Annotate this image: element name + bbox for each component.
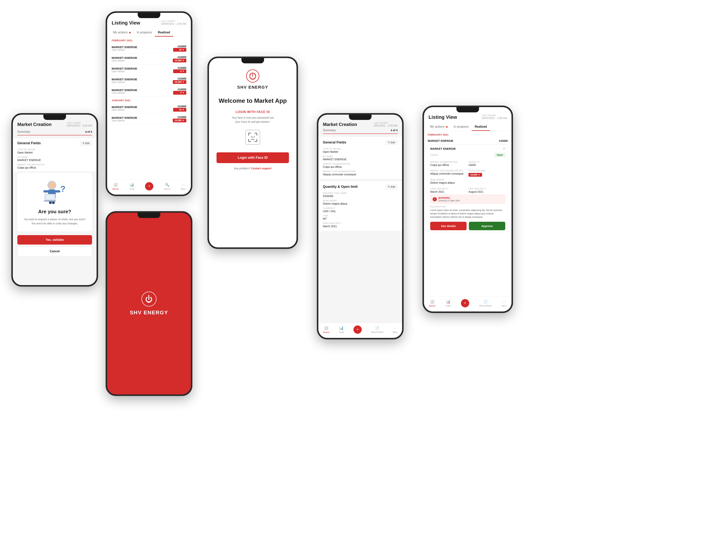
phone-notch-1 xyxy=(43,115,66,120)
sub-seg-label: MARKET SUB SEGMENTATION xyxy=(430,170,467,172)
cancel-btn[interactable]: Cancel xyxy=(17,246,92,256)
first-mat-value: March 2021 xyxy=(430,190,467,193)
tab-realized-6[interactable]: Realized xyxy=(472,123,490,131)
listing-title: Listing View xyxy=(112,20,140,26)
svg-rect-3 xyxy=(43,190,49,193)
nav-more-2[interactable]: ⋯ More xyxy=(181,183,186,190)
confirm-title: Are you sure? xyxy=(38,209,71,215)
detail-grid-1: MARKET SEGMENTATION Culpa qui officia HE… xyxy=(430,159,505,166)
tab-in-progress-2[interactable]: In progress xyxy=(134,29,155,37)
quantity-section-title-5: Quantity & Open limit xyxy=(323,185,358,189)
field-label-5-q3: UOM xyxy=(323,215,398,217)
tab-dot-2 xyxy=(129,32,131,33)
svg-rect-10 xyxy=(44,200,56,202)
nav-manual-6[interactable]: 📄 Manual Report xyxy=(479,299,492,307)
phone-notch-2 xyxy=(138,13,160,18)
tab-my-actions-2[interactable]: My actions xyxy=(110,29,134,37)
quantity-section-5: Quantity & Open limit ✎ Edit HEDGING TOO… xyxy=(318,181,402,231)
last-update-2: 03/03/2021 - 2:06 AM xyxy=(161,22,186,25)
field-label-5-q1: BENCHMARK xyxy=(323,199,398,202)
field-value-5-q0: 5200056 xyxy=(323,195,398,198)
yes-validate-btn[interactable]: Yes, validate xyxy=(17,235,92,245)
more-icon-2: ⋯ xyxy=(181,183,186,187)
item-sub: Open Market xyxy=(112,49,137,51)
item-sub: Open Market xyxy=(112,81,137,84)
login-face-id-btn[interactable]: Login with Face ID xyxy=(217,152,289,163)
nav-market-5[interactable]: ⬜ Market xyxy=(323,326,329,333)
nav-more-6[interactable]: ⋯ More xyxy=(502,299,506,307)
detail-scroll-6: FEBRUARY 2021 MARKET ENERGIE #10000 MARK… xyxy=(424,131,511,311)
confirm-text: You wish to request a waiver on limits. … xyxy=(23,217,86,226)
nav-add-6[interactable]: + xyxy=(461,299,469,307)
item-name: MARKET ENERGIE xyxy=(112,78,137,81)
item-sub: Open Market xyxy=(112,119,137,122)
field-label-5-2: MARKET SEGMENTATION xyxy=(323,163,398,165)
section-title-1: General Fields xyxy=(17,141,41,145)
listing-tabs: My actions In progress Realized xyxy=(107,29,191,37)
tab-dot-6 xyxy=(446,126,448,128)
edit-quantity-btn-5[interactable]: ✎ Edit xyxy=(385,184,398,189)
last-update-label-6: LAST UPDATE xyxy=(482,114,507,117)
seg-label: MARKET SEGMENTATION xyxy=(430,161,467,163)
status-value-6: Open xyxy=(495,153,505,157)
item-badge: 10,000 ▼ xyxy=(173,119,186,122)
nav-market-2[interactable]: ⬜ Market xyxy=(112,183,119,190)
nav-add-2[interactable]: + xyxy=(145,182,153,190)
list-item[interactable]: MARKET ENERGIE Open Market #10000 10,000… xyxy=(107,54,191,64)
field-value-5-2: Culpa qui officia xyxy=(323,165,398,168)
field-value-hedge-1: Open Market xyxy=(17,151,92,154)
nav-search-2[interactable]: 🔍 Search xyxy=(164,183,170,190)
bottom-nav-5: ⬜ Market 📊 Trade + 📄 Manual Report ⋯ Mor… xyxy=(318,323,402,338)
contact-support-link[interactable]: Contact support xyxy=(251,167,271,170)
item-name: MARKET ENERGIE xyxy=(112,56,137,59)
face-id-icon xyxy=(245,130,260,145)
manual-icon-5: 📄 xyxy=(375,326,379,330)
edit-btn-1[interactable]: ✎ Edit xyxy=(80,141,92,146)
list-item[interactable]: MARKET ENERGIE Open Market #10000 10,000… xyxy=(107,114,191,124)
close-expanded-icon[interactable]: ✕ xyxy=(503,147,505,150)
item-amount: #10000 xyxy=(173,56,186,59)
list-item[interactable]: MARKET ENERGIE Open Market #10000 10 ▼ xyxy=(107,103,191,114)
login-logo-area: SHV ENERGY xyxy=(237,69,268,90)
list-item[interactable]: MARKET ENERGIE Close Market #10000 0 ▼ xyxy=(107,86,191,97)
mc-title-5: Market Creation xyxy=(323,122,357,127)
nav-trade-2[interactable]: 📊 Trade xyxy=(129,183,134,190)
edit-general-btn-5[interactable]: ✎ Edit xyxy=(385,140,398,145)
bottom-nav-6: ⬜ Market 📊 Trade + 📄 Manual Report ⋯ Mor… xyxy=(424,296,511,311)
list-item-6-1[interactable]: MARKET ENERGIE #10000 xyxy=(428,137,508,144)
tab-my-actions-6[interactable]: My actions xyxy=(427,123,451,131)
nav-add-5[interactable]: + xyxy=(353,325,362,334)
approve-btn[interactable]: Approve xyxy=(469,222,505,230)
tab-in-progress-6[interactable]: In progress xyxy=(451,123,472,131)
item-badge: 10 ▼ xyxy=(173,48,186,52)
item-badge: 0 ▼ xyxy=(173,69,186,73)
item-amount-6-1: #10000 xyxy=(499,139,508,142)
last-update-area-6: LAST UPDATE 03/01/2021 - 2:00 AM xyxy=(482,114,507,120)
see-details-btn[interactable]: See details xyxy=(430,222,467,230)
field-value-bu-1: MARKET ENERGIE xyxy=(17,159,92,162)
item-badge: 0 ▼ xyxy=(173,91,186,95)
item-sub: Open Market xyxy=(112,109,137,111)
nav-more-5[interactable]: ⋯ More xyxy=(393,326,397,333)
tab-realized-2[interactable]: Realized xyxy=(155,29,173,37)
field-value-5-0: Open Market xyxy=(323,150,398,153)
item-badge: 10,000 ▼ xyxy=(173,59,186,62)
expanded-item-name-6: MARKET ENERGIE xyxy=(430,147,456,150)
benchmark-row: BENCHMARK Dolore magna aliqua xyxy=(430,179,505,184)
nav-manual-5[interactable]: 📄 Manual Report xyxy=(371,326,383,333)
list-item[interactable]: MARKET ENERGIE Open Market #10000 0 ▼ xyxy=(107,64,191,75)
nav-trade-5[interactable]: 📊 Trade xyxy=(339,326,344,333)
nav-trade-6[interactable]: 📊 Trade xyxy=(445,299,451,307)
phone-market-creation-detail: Market Creation LAST UPDATE 3/01/2021 - … xyxy=(317,113,404,339)
nav-market-6[interactable]: ⬜ Market xyxy=(429,299,435,307)
warning-badge-6: ! WARNING Quantity & Open limit xyxy=(430,195,505,204)
face-id-svg xyxy=(247,132,258,143)
item-name: MARKET ENERGIE xyxy=(112,45,137,49)
summary-label-1: Summary xyxy=(17,130,30,133)
list-item[interactable]: MARKET ENERGIE Open Market #10000 10 ▼ xyxy=(107,43,191,54)
phone-notch-3 xyxy=(138,213,160,218)
warning-icon-6: ! xyxy=(433,197,437,201)
list-item[interactable]: MARKET ENERGIE Open Market #10000 10,000… xyxy=(107,75,191,86)
seg-value: Culpa qui officia xyxy=(430,163,467,166)
detail-btn-row: See details Approve xyxy=(430,222,505,230)
